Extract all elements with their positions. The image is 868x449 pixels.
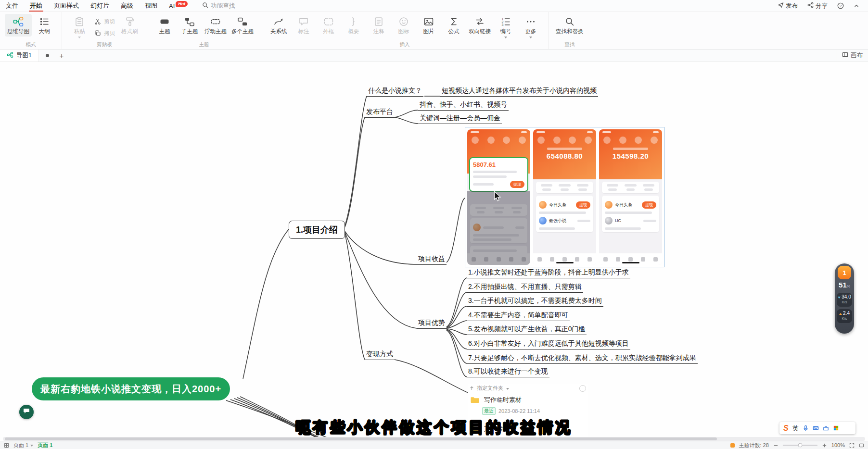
assistant-chat-button[interactable]: [19, 405, 34, 419]
boundary-button[interactable]: 外框: [316, 14, 341, 37]
advantage-item-5[interactable]: 5.发布视频就可以产生收益，真正0门槛: [467, 325, 587, 335]
branch-what-is-child[interactable]: 短视频达人通过各媒体平台发布关于小说内容的视频: [440, 87, 598, 97]
network-monitor-widget[interactable]: 1 51% 34.0 K/s 2.4 K/s: [835, 263, 854, 334]
outline-mode-button[interactable]: 大纲: [32, 14, 57, 37]
upload-speed: 2.4 K/s: [837, 309, 852, 323]
branch-what-is[interactable]: 什么是小说推文？: [367, 87, 423, 97]
topic-count-icon: [730, 443, 735, 448]
menu-page-style[interactable]: 页面样式: [48, 0, 85, 12]
summary-button[interactable]: 概要: [341, 14, 366, 37]
floating-topic-icon: [210, 16, 221, 27]
menu-slides[interactable]: 幻灯片: [85, 0, 115, 12]
insert-image-button[interactable]: 图片: [416, 14, 441, 37]
folder-item[interactable]: 写作临时素材: [468, 393, 588, 406]
advantage-item-6[interactable]: 6.对小白非常友好，入门难度远低于其他短视频等项目: [467, 339, 630, 349]
menu-view[interactable]: 视图: [139, 0, 163, 12]
publish-button[interactable]: 发布: [774, 2, 802, 10]
help-button[interactable]: ?: [833, 2, 848, 9]
cut-button[interactable]: 剪切: [92, 17, 117, 26]
note-button[interactable]: 注释: [366, 14, 391, 37]
advantage-item-7[interactable]: 7.只要足够耐心，不断去优化视频、素材、选文，积累实战经验都能拿到成果: [467, 354, 698, 364]
menu-advanced[interactable]: 高级: [115, 0, 139, 12]
topic-label: 主题: [159, 28, 170, 35]
relation-line-button[interactable]: 关系线: [266, 14, 291, 37]
topic-count-label: 主题计数: 28: [739, 442, 769, 449]
branch-keyword-flow[interactable]: 关键词—注册—会员—佣金: [418, 114, 502, 124]
branch-platforms[interactable]: 发布平台: [365, 108, 395, 118]
formula-icon: [448, 16, 460, 27]
mindmap-mode-button[interactable]: 思维导图: [5, 14, 32, 37]
smiley-icon: [398, 16, 409, 27]
advantage-item-2[interactable]: 2.不用拍摄出镜、不用直播、只需剪辑: [467, 283, 583, 293]
phone3-app1-name: 今日头条: [615, 202, 632, 208]
mic-icon[interactable]: [803, 425, 809, 431]
placeholder-bar: [473, 171, 517, 173]
info-circle-icon: [579, 385, 586, 392]
share-button[interactable]: 分享: [804, 2, 831, 10]
branch-platform-list[interactable]: 抖音、快手、小红书、视频号: [418, 100, 509, 111]
fit-screen-button[interactable]: [849, 443, 855, 448]
grid-menu-icon[interactable]: [833, 425, 839, 431]
copy-button[interactable]: 拷贝: [92, 28, 117, 38]
ime-toolbar[interactable]: S 英: [779, 422, 855, 434]
scrollbar-thumb[interactable]: [5, 437, 717, 440]
keyboard-icon[interactable]: [813, 425, 819, 431]
find-replace-button[interactable]: 查找和替换: [553, 14, 586, 37]
formula-button[interactable]: 公式: [441, 14, 466, 37]
formula-label: 公式: [448, 28, 460, 35]
folder-header-caret-icon: [506, 388, 509, 390]
more-button[interactable]: 更多: [518, 14, 543, 40]
canvas-panel-label: 画布: [851, 51, 863, 60]
branch-monetization[interactable]: 变现方式: [365, 350, 395, 360]
branch-income[interactable]: 项目收益: [417, 255, 447, 265]
branch-advantages[interactable]: 项目优势: [417, 319, 447, 329]
collapse-ribbon-button[interactable]: [850, 3, 863, 9]
feature-search[interactable]: 功能查找: [202, 2, 235, 10]
zoom-out-button[interactable]: [773, 443, 779, 448]
callout-button[interactable]: 标注: [291, 14, 316, 37]
advantage-item-3[interactable]: 3.一台手机就可以搞定，不需要耗费太多时间: [467, 297, 603, 307]
percent-value: 51: [839, 281, 847, 289]
download-speed: 34.0 K/s: [837, 293, 852, 307]
phone3-balance: 154598.20: [599, 152, 662, 160]
document-tab[interactable]: 导图1: [0, 49, 39, 62]
menu-home[interactable]: 开始: [24, 0, 48, 12]
tab-mindmap-icon: [7, 51, 13, 60]
floating-topic-button[interactable]: 浮动主题: [202, 14, 229, 37]
fullscreen-button[interactable]: [859, 443, 864, 448]
zoom-slider-thumb[interactable]: [798, 443, 802, 448]
topic-group-label: 主题: [147, 41, 261, 48]
zoom-level[interactable]: 100%: [831, 442, 845, 448]
zoom-in-button[interactable]: [822, 443, 827, 448]
topic-button[interactable]: 主题: [152, 14, 177, 37]
toolbox-icon[interactable]: [823, 425, 829, 431]
ime-mode-label[interactable]: 英: [792, 424, 799, 433]
insert-icon-button[interactable]: 图标: [391, 14, 416, 37]
canvas-panel-button[interactable]: 画布: [837, 49, 868, 62]
multi-topic-button[interactable]: 多个主题: [229, 14, 256, 37]
menu-ai[interactable]: AI Hot: [163, 0, 193, 12]
add-tab-button[interactable]: +: [57, 51, 66, 60]
folder-name: 写作临时素材: [484, 396, 522, 404]
advantage-item-4[interactable]: 4.不需要生产内容，简单配音即可: [467, 311, 570, 321]
mindmap-icon: [13, 16, 24, 27]
withdraw-button: 提现: [576, 201, 590, 209]
bidirectional-link-button[interactable]: 双向链接: [466, 14, 493, 37]
active-page-tab[interactable]: 页面 1: [38, 442, 52, 449]
advantage-item-8[interactable]: 8.可以收徒来进行一个变现: [467, 367, 549, 377]
subtopic-button[interactable]: 子主题: [177, 14, 202, 37]
central-topic[interactable]: 1.项目介绍: [289, 221, 345, 239]
horizontal-scrollbar[interactable]: [3, 437, 865, 441]
page-menu[interactable]: 页面 1: [13, 442, 33, 449]
menu-file[interactable]: 文件: [0, 0, 24, 12]
bidirectional-link-icon: [474, 16, 485, 27]
advantage-item-1[interactable]: 1.小说推文暂时还处于蓝海阶段，抖音上明显供小于求: [467, 268, 630, 278]
recent-tag: 最近: [482, 407, 496, 415]
zoom-slider[interactable]: [783, 445, 817, 446]
root-topic[interactable]: 最新右豹地铁小说推文变现，日入2000+: [32, 377, 230, 400]
numbering-button[interactable]: 123 编号: [493, 14, 518, 40]
mindmap-canvas[interactable]: 最新右豹地铁小说推文变现，日入2000+ 1.项目介绍 什么是小说推文？ 短视频…: [0, 62, 868, 441]
paste-button[interactable]: 粘贴: [67, 14, 92, 40]
page-overview-icon[interactable]: [4, 443, 9, 448]
format-painter-button[interactable]: 格式刷: [117, 14, 142, 37]
